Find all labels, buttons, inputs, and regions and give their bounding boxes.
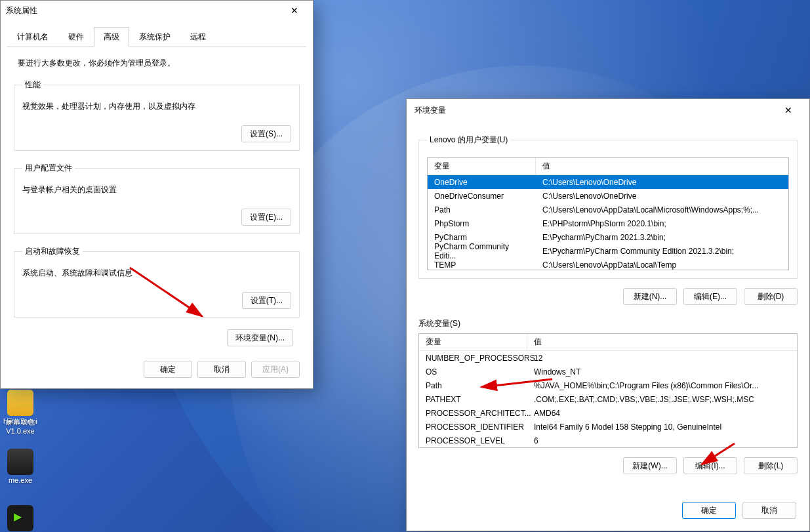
var-value: C:\Users\Lenovo\AppData\Local\Temp [536,259,788,271]
var-name: Path [428,204,536,216]
var-value: E:\PHPstorm\PhpStorm 2020.1\bin; [536,218,788,230]
desktop-icon[interactable] [0,505,41,532]
user-profiles-desc: 与登录帐户相关的桌面设置 [22,184,291,195]
user-edit-button[interactable]: 编辑(E)... [683,288,737,305]
desktop-icon[interactable]: me.exe [0,449,41,484]
terminal-icon [7,505,33,531]
user-new-button[interactable]: 新建(N)... [623,288,677,305]
system-vars-label: 系统变量(S) [418,318,798,329]
var-name: NUMBER_OF_PROCESSORS [419,352,527,364]
performance-desc: 视觉效果，处理器计划，内存使用，以及虚拟内存 [22,101,291,112]
var-value: C:\Users\Lenovo\AppData\Local\Microsoft\… [536,204,788,216]
cancel-button[interactable]: 取消 [197,361,246,378]
startup-recovery-legend: 启动和故障恢复 [22,246,83,257]
table-row[interactable]: PhpStormE:\PHPstorm\PhpStorm 2020.1\bin; [428,216,788,230]
var-value: Windows_NT [527,366,797,378]
var-value: 6 [527,435,797,447]
var-name: OneDriveConsumer [428,190,536,202]
color-picker-icon [7,390,33,416]
table-row[interactable]: PROCESSOR_LEVEL6 [419,434,797,447]
var-value: E:\Pycharm\PyCharm 2021.3.2\bin; [536,232,788,243]
sys-new-button[interactable]: 新建(W)... [623,457,677,474]
table-header: 变量 值 [419,334,797,351]
desktop-icon-label: 屏幕取色 V1.0.exe [0,417,41,435]
ok-button[interactable]: 确定 [682,502,736,519]
var-value: 12 [527,352,797,364]
var-name: PhpStorm [428,218,536,230]
var-name: TEMP [428,259,536,271]
environment-variables-button[interactable]: 环境变量(N)... [227,329,293,346]
user-vars-legend: Lenovo 的用户变量(U) [427,134,510,146]
close-icon[interactable]: ✕ [281,5,308,16]
titlebar[interactable]: 系统属性 ✕ [1,1,313,20]
table-row[interactable]: PROCESSOR_ARCHITECT...AMD64 [419,406,797,420]
var-value: E:\Pycharm\PyCharm Community Edition 202… [536,245,788,257]
user-profiles-group: 用户配置文件 与登录帐户相关的桌面设置 设置(E)... [14,163,300,234]
dialog-title: 系统属性 [6,5,281,16]
table-row[interactable]: OneDriveC:\Users\Lenovo\OneDrive [428,175,788,189]
table-row[interactable]: PROCESSOR_IDENTIFIERIntel64 Family 6 Mod… [419,420,797,434]
col-value[interactable]: 值 [536,158,788,174]
sublime-icon [7,449,33,475]
var-value: .COM;.EXE;.BAT;.CMD;.VBS;.VBE;.JS;.JSE;.… [527,394,797,405]
desktop-icon[interactable]: 屏幕取色 V1.0.exe [0,390,41,435]
col-value[interactable]: 值 [527,334,797,350]
admin-intro: 要进行大多数更改，你必须作为管理员登录。 [18,58,300,69]
user-profiles-settings-button[interactable]: 设置(E)... [241,209,291,226]
table-row[interactable]: OSWindows_NT [419,365,797,379]
tab-advanced[interactable]: 高级 [94,27,129,47]
system-vars-table[interactable]: 变量 值 NUMBER_OF_PROCESSORS12OSWindows_NTP… [418,333,798,448]
startup-recovery-settings-button[interactable]: 设置(T)... [242,292,291,309]
tab-hardware[interactable]: 硬件 [58,27,94,47]
tab-system-protection[interactable]: 系统保护 [129,27,180,47]
var-value: %JAVA_HOME%\bin;C:\Program Files (x86)\C… [527,380,797,392]
desktop-icon-label: me.exe [0,476,41,484]
tab-computer-name[interactable]: 计算机名 [7,27,58,47]
table-row[interactable]: PathC:\Users\Lenovo\AppData\Local\Micros… [428,203,788,216]
var-name: OneDrive [428,176,536,188]
close-icon[interactable]: ✕ [775,105,801,115]
var-name: PROCESSOR_LEVEL [419,435,527,447]
var-value: Intel64 Family 6 Model 158 Stepping 10, … [527,421,797,433]
var-value: C:\Users\Lenovo\OneDrive [536,190,788,202]
ok-button[interactable]: 确定 [144,361,192,378]
table-header: 变量 值 [428,158,788,175]
environment-variables-dialog: 环境变量 ✕ Lenovo 的用户变量(U) 变量 值 OneDriveC:\U… [406,98,810,531]
performance-settings-button[interactable]: 设置(S)... [241,125,291,142]
table-row[interactable]: PyCharm Community Editi...E:\Pycharm\PyC… [428,244,788,258]
apply-button[interactable]: 应用(A) [251,361,300,378]
user-profiles-legend: 用户配置文件 [22,163,75,174]
performance-legend: 性能 [22,79,43,91]
system-properties-dialog: 系统属性 ✕ 计算机名 硬件 高级 系统保护 远程 要进行大多数更改，你必须作为… [0,0,314,389]
var-name: PROCESSOR_ARCHITECT... [419,407,527,419]
tab-remote[interactable]: 远程 [180,27,216,47]
var-name: PROCESSOR_IDENTIFIER [419,421,527,433]
col-variable[interactable]: 变量 [419,334,527,350]
var-name: Path [419,380,527,392]
var-value: AMD64 [527,407,797,419]
table-row[interactable]: OneDriveConsumerC:\Users\Lenovo\OneDrive [428,189,788,203]
user-delete-button[interactable]: 删除(D) [744,288,798,305]
tabs: 计算机名 硬件 高级 系统保护 远程 [1,20,313,47]
var-value: C:\Users\Lenovo\OneDrive [536,176,788,188]
startup-recovery-desc: 系统启动、系统故障和调试信息 [22,268,291,279]
dialog-title: 环境变量 [415,105,775,116]
sys-delete-button[interactable]: 删除(L) [744,457,798,474]
titlebar[interactable]: 环境变量 ✕ [407,99,809,121]
performance-group: 性能 视觉效果，处理器计划，内存使用，以及虚拟内存 设置(S)... [14,79,300,151]
table-row[interactable]: Path%JAVA_HOME%\bin;C:\Program Files (x8… [419,379,797,392]
cancel-button[interactable]: 取消 [742,502,796,519]
var-name: PATHEXT [419,394,527,405]
var-name: OS [419,366,527,378]
user-vars-group: Lenovo 的用户变量(U) 变量 值 OneDriveC:\Users\Le… [418,134,798,279]
sys-edit-button[interactable]: 编辑(I)... [683,457,737,474]
startup-recovery-group: 启动和故障恢复 系统启动、系统故障和调试信息 设置(T)... [14,246,300,317]
user-vars-table[interactable]: 变量 值 OneDriveC:\Users\Lenovo\OneDriveOne… [427,157,789,270]
table-row[interactable]: PATHEXT.COM;.EXE;.BAT;.CMD;.VBS;.VBE;.JS… [419,392,797,406]
table-row[interactable]: TEMPC:\Users\Lenovo\AppData\Local\Temp [428,258,788,270]
table-row[interactable]: NUMBER_OF_PROCESSORS12 [419,351,797,365]
col-variable[interactable]: 变量 [428,158,536,174]
